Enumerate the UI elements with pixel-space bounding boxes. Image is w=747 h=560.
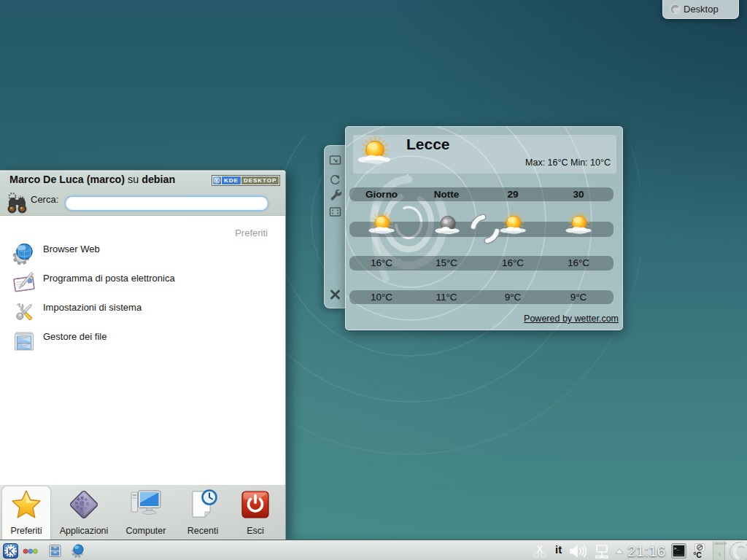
svg-text:°C: °C — [694, 551, 702, 559]
svg-text:K: K — [215, 178, 219, 183]
svg-text:K: K — [7, 547, 14, 556]
svg-text:>_: >_ — [674, 546, 680, 551]
